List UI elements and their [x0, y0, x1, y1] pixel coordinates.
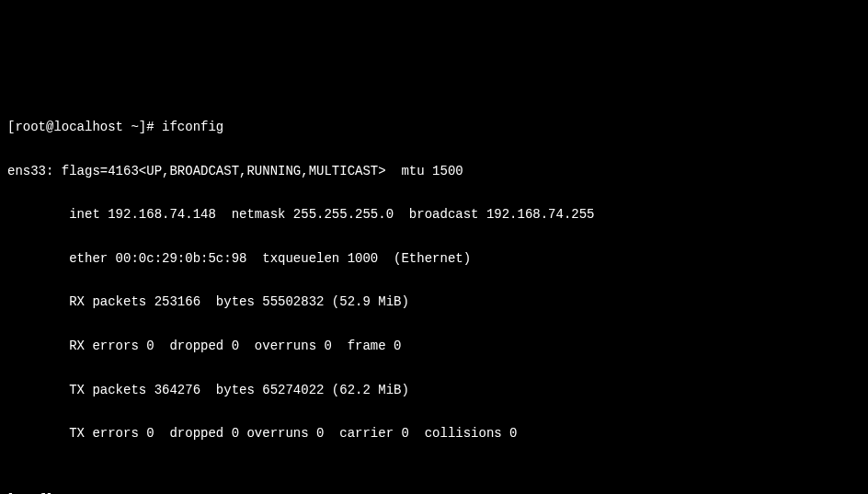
- ifconfig-ens33-tx-errors: TX errors 0 dropped 0 overruns 0 carrier…: [7, 423, 861, 445]
- ifconfig-ens33-flags: ens33: flags=4163<UP,BROADCAST,RUNNING,M…: [7, 161, 861, 183]
- ifconfig-lo-flags: lo: flags=73<UP,LOOPBACK,RUNNING> mtu 65…: [7, 489, 861, 494]
- prompt-line-ifconfig: [root@localhost ~]# ifconfig: [7, 117, 861, 139]
- ifconfig-ens33-rx-packets: RX packets 253166 bytes 55502832 (52.9 M…: [7, 292, 861, 314]
- terminal-output[interactable]: [root@localhost ~]# ifconfig ens33: flag…: [7, 95, 861, 494]
- ifconfig-ens33-ether: ether 00:0c:29:0b:5c:98 txqueuelen 1000 …: [7, 248, 861, 270]
- ifconfig-ens33-rx-errors: RX errors 0 dropped 0 overruns 0 frame 0: [7, 336, 861, 358]
- ifconfig-ens33-tx-packets: TX packets 364276 bytes 65274022 (62.2 M…: [7, 380, 861, 402]
- ifconfig-ens33-inet: inet 192.168.74.148 netmask 255.255.255.…: [7, 204, 861, 226]
